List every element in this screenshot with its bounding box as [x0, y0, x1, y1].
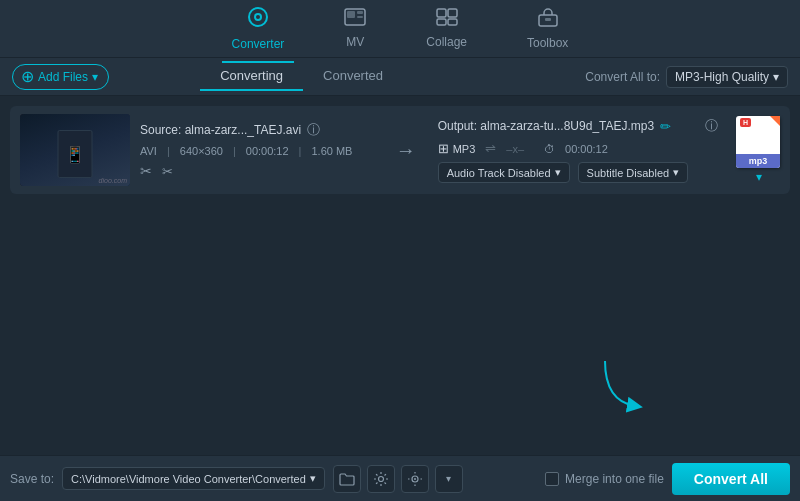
- file-source-row: Source: alma-zarz..._TAEJ.avi ⓘ: [140, 121, 374, 139]
- svg-rect-4: [347, 11, 355, 18]
- output-section: Output: alma-zarza-tu...8U9d_TAEJ.mp3 ✏ …: [438, 117, 718, 183]
- file-duration: 00:00:12: [246, 145, 289, 157]
- fmt-label: mp3: [736, 154, 780, 168]
- nav-toolbox-label: Toolbox: [527, 36, 568, 50]
- subtitle-dropdown[interactable]: Subtitle Disabled ▾: [578, 162, 689, 183]
- format-grid-icon: ⊞: [438, 141, 449, 156]
- output-x-label: –x–: [506, 143, 524, 155]
- nav-collage[interactable]: Collage: [416, 2, 477, 55]
- tab-converting[interactable]: Converting: [200, 62, 303, 91]
- add-files-label: Add Files: [38, 70, 88, 84]
- svg-rect-5: [357, 11, 363, 14]
- nav-mv-label: MV: [346, 35, 364, 49]
- h-badge: H: [740, 118, 751, 127]
- svg-rect-7: [437, 9, 446, 17]
- svg-rect-9: [437, 19, 446, 25]
- convert-all-to-label: Convert All to:: [585, 70, 660, 84]
- output-settings-icon: ⇌: [485, 141, 496, 156]
- format-select-dropdown[interactable]: MP3-High Quality ▾: [666, 66, 788, 88]
- output-header-row: Output: alma-zarza-tu...8U9d_TAEJ.mp3 ✏ …: [438, 117, 718, 135]
- bottom-icons: ▾: [333, 465, 463, 493]
- save-path-text: C:\Vidmore\Vidmore Video Converter\Conve…: [71, 473, 306, 485]
- bottom-bar: Save to: C:\Vidmore\Vidmore Video Conver…: [0, 455, 800, 501]
- output-info-icon[interactable]: ⓘ: [705, 117, 718, 135]
- merge-text: Merge into one file: [565, 472, 664, 486]
- add-files-button[interactable]: ⊕ Add Files ▾: [12, 64, 109, 90]
- format-select-value: MP3-High Quality: [675, 70, 769, 84]
- file-resolution: 640×360: [180, 145, 223, 157]
- svg-point-16: [414, 478, 416, 480]
- file-info-icon[interactable]: ⓘ: [307, 121, 320, 139]
- top-nav: Converter MV Collage: [0, 0, 800, 58]
- output-format-text: MP3: [453, 143, 476, 155]
- toolbox-icon: [537, 7, 559, 32]
- output-format-row: ⊞ MP3 ⇌ –x– ⏱ 00:00:12: [438, 141, 718, 156]
- thumb-corner: [770, 116, 780, 126]
- output-duration: 00:00:12: [565, 143, 608, 155]
- save-path-select[interactable]: C:\Vidmore\Vidmore Video Converter\Conve…: [62, 467, 325, 490]
- settings-icon-btn[interactable]: [367, 465, 395, 493]
- save-path-chevron: ▾: [310, 472, 316, 485]
- add-files-chevron: ▾: [92, 70, 98, 84]
- format-thumb[interactable]: H mp3: [736, 116, 780, 168]
- tab-converted[interactable]: Converted: [303, 62, 403, 91]
- file-source-text: Source: alma-zarz..._TAEJ.avi: [140, 123, 301, 137]
- collage-icon: [436, 8, 458, 31]
- chevron-down-btn[interactable]: ▾: [435, 465, 463, 493]
- svg-rect-10: [448, 19, 457, 25]
- file-info: Source: alma-zarz..._TAEJ.avi ⓘ AVI | 64…: [140, 121, 374, 179]
- arrow-right-icon: →: [396, 139, 416, 162]
- file-item: 📱 dioo.com Source: alma-zarz..._TAEJ.avi…: [10, 106, 790, 194]
- scissors-icon[interactable]: ✂: [162, 164, 173, 179]
- config-icon-btn[interactable]: [401, 465, 429, 493]
- nav-collage-label: Collage: [426, 35, 467, 49]
- convert-all-button[interactable]: Convert All: [672, 463, 790, 495]
- mv-icon: [344, 8, 366, 31]
- nav-converter[interactable]: Converter: [222, 0, 295, 57]
- file-actions-row: ✂ ✂: [140, 163, 374, 179]
- clock-icon: ⏱: [544, 143, 555, 155]
- svg-rect-12: [545, 18, 551, 21]
- subtitle-label: Subtitle Disabled: [587, 167, 670, 179]
- save-to-label: Save to:: [10, 472, 54, 486]
- format-thumb-wrapper: H mp3 ▾: [736, 116, 780, 184]
- subtitle-chevron: ▾: [673, 166, 679, 179]
- toolbar-tabs: Converting Converted: [200, 62, 403, 91]
- arrow-section: →: [384, 139, 428, 162]
- clip-icon[interactable]: ✂: [140, 163, 152, 179]
- nav-toolbox[interactable]: Toolbox: [517, 1, 578, 56]
- nav-mv[interactable]: MV: [334, 2, 376, 55]
- edit-output-icon[interactable]: ✏: [660, 119, 671, 134]
- plus-icon: ⊕: [21, 69, 34, 85]
- folder-icon-btn[interactable]: [333, 465, 361, 493]
- audio-track-dropdown[interactable]: Audio Track Disabled ▾: [438, 162, 570, 183]
- chevron-down-icon: ▾: [446, 473, 451, 484]
- format-select-chevron: ▾: [773, 70, 779, 84]
- merge-checkbox[interactable]: [545, 472, 559, 486]
- main-content: 📱 dioo.com Source: alma-zarz..._TAEJ.avi…: [0, 96, 800, 455]
- thumb-chevron-icon[interactable]: ▾: [756, 170, 762, 184]
- file-meta-row: AVI | 640×360 | 00:00:12 | 1.60 MB: [140, 145, 374, 157]
- file-size: 1.60 MB: [311, 145, 352, 157]
- nav-converter-label: Converter: [232, 37, 285, 51]
- output-label: Output: alma-zarza-tu...8U9d_TAEJ.mp3: [438, 119, 655, 133]
- converter-icon: [247, 6, 269, 33]
- merge-label: Merge into one file: [545, 472, 664, 486]
- output-dropdowns-row: Audio Track Disabled ▾ Subtitle Disabled…: [438, 162, 718, 183]
- convert-all-to: Convert All to: MP3-High Quality ▾: [585, 66, 788, 88]
- output-format-badge: ⊞ MP3: [438, 141, 476, 156]
- pointer-arrow: [585, 351, 645, 411]
- svg-point-14: [378, 476, 383, 481]
- audio-track-label: Audio Track Disabled: [447, 167, 551, 179]
- svg-rect-6: [357, 16, 363, 18]
- svg-point-2: [256, 15, 260, 19]
- audio-track-chevron: ▾: [555, 166, 561, 179]
- file-format: AVI: [140, 145, 157, 157]
- svg-rect-8: [448, 9, 457, 17]
- toolbar: ⊕ Add Files ▾ Converting Converted Conve…: [0, 58, 800, 96]
- file-thumbnail: 📱 dioo.com: [20, 114, 130, 186]
